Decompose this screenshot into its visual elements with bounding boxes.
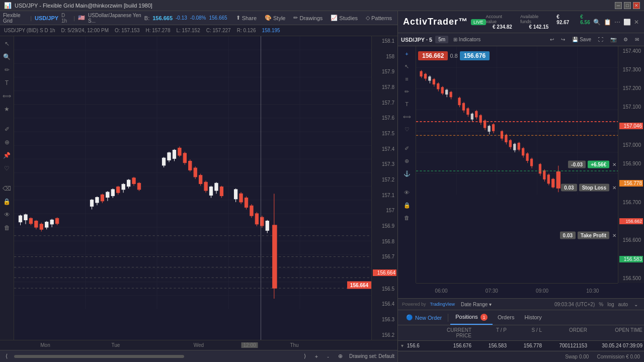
email-button[interactable]: ✉ <box>633 36 641 43</box>
zoom-out-button[interactable]: - <box>325 352 332 360</box>
side-toolbar: ↖ 🔍 ✏ T ⟺ ★ ✐ ⊕ 📌 ♡ ⌫ 🔒 👁 🗑 <box>0 36 14 340</box>
pencil-tool[interactable]: ✐ <box>2 124 13 135</box>
measure-tool[interactable]: ⟺ <box>2 90 13 102</box>
maximize-icon[interactable]: ⬜ <box>623 19 631 26</box>
crosshair-button[interactable]: ⊕ <box>336 352 345 360</box>
status-bar: Swap 0.00 Commission € 0.00 <box>398 351 644 362</box>
account-value-3: € 92.67 <box>556 14 572 25</box>
settings-mini-button[interactable]: ⚙ <box>621 36 630 43</box>
symbol-label: USD/JPY <box>35 15 58 21</box>
close-button[interactable]: ✕ <box>633 2 640 9</box>
tp-close-icon[interactable]: ✕ <box>612 232 616 238</box>
svg-rect-136 <box>466 108 469 115</box>
tp-qty: 0.03 <box>560 231 576 239</box>
mini-heart-tool[interactable]: ♡ <box>400 124 414 135</box>
history-tab[interactable]: History <box>520 310 547 325</box>
new-order-button[interactable]: 🔵 New Order <box>402 310 446 325</box>
svg-rect-95 <box>250 206 253 216</box>
date-range-button[interactable]: Date Range ▾ <box>459 301 494 308</box>
eye-tool[interactable]: 👁 <box>2 209 13 220</box>
share-button[interactable]: ⬆ Share <box>233 14 259 22</box>
chart-info-date: D: 5/29/24, 12:00 PM <box>61 28 109 33</box>
zoom-tool[interactable]: 🔍 <box>2 51 13 62</box>
best-bid: 156.665 <box>209 15 227 21</box>
svg-rect-81 <box>204 182 207 191</box>
svg-rect-91 <box>239 194 243 202</box>
cursor-tool[interactable]: ↖ <box>2 38 13 49</box>
mini-lock-tool[interactable]: 🔒 <box>400 200 414 211</box>
save-button[interactable]: 💾 Save <box>570 36 593 43</box>
svg-rect-33 <box>29 218 32 223</box>
eraser-tool[interactable]: ⌫ <box>2 183 13 194</box>
studies-button[interactable]: 📈 Studies <box>328 14 360 22</box>
mini-crosshair-tool[interactable]: + <box>400 48 414 59</box>
time-label-current: 12:00 <box>241 342 258 348</box>
draw-tool[interactable]: ✏ <box>2 64 13 75</box>
mini-chart-toolbar: USD/JPY · 5 5m ⊞ Indicators ↩ ↪ 💾 Save ⛶… <box>398 33 644 46</box>
style-button[interactable]: 🎨 Style <box>262 14 288 22</box>
mini-eye-tool[interactable]: 👁 <box>400 187 414 198</box>
expand-chart-button[interactable]: ⌄ <box>632 301 640 308</box>
mini-cursor-tool[interactable]: ↖ <box>400 61 414 72</box>
redo-button[interactable]: ↪ <box>559 36 567 43</box>
svg-rect-61 <box>132 178 135 184</box>
close-icon[interactable]: ✕ <box>634 19 639 26</box>
mini-measure-tool[interactable]: ⟺ <box>400 111 414 122</box>
position-row-1[interactable]: ▾ 156.6 156.676 156.583 156.778 70011211… <box>398 341 644 351</box>
pin-tool[interactable]: 📌 <box>2 150 13 161</box>
star-tool[interactable]: ★ <box>2 104 13 115</box>
svg-rect-130 <box>449 92 452 98</box>
svg-rect-71 <box>178 148 181 155</box>
price-scale: 158.1 158 157.9 157.8 157.7 157.6 157.5 … <box>371 36 397 340</box>
positions-tab[interactable]: Positions 1 <box>450 310 493 325</box>
svg-rect-85 <box>215 183 218 191</box>
indicators-button[interactable]: ⊞ Indicators <box>451 36 482 43</box>
account-info: Account value € 234.82 Available funds €… <box>486 14 593 30</box>
svg-rect-49 <box>101 195 104 201</box>
orders-tab[interactable]: Orders <box>493 310 520 325</box>
table-header: CURRENT PRICE T / P S / L ORDER OPEN TIM… <box>398 325 644 341</box>
mini-text-tool[interactable]: T <box>400 99 414 110</box>
title-bar-icon: 📊 <box>4 2 12 9</box>
settings-icon[interactable]: ⋯ <box>614 19 620 26</box>
header-symbol <box>401 327 431 338</box>
tradingview-link[interactable]: TradingView <box>430 302 455 307</box>
mini-pencil-tool[interactable]: ✐ <box>400 143 414 154</box>
zoom-in-button[interactable]: + <box>312 352 320 360</box>
fullscreen-button[interactable]: ⛶ <box>596 36 605 43</box>
main-chart[interactable]: 158.1 158 157.9 157.8 157.7 157.6 157.5 … <box>14 36 397 340</box>
heart-tool[interactable]: ♡ <box>2 163 13 174</box>
header-current-price: CURRENT PRICE <box>431 327 471 338</box>
search-icon[interactable]: 🔍 <box>593 19 601 26</box>
mini-chart-area[interactable]: + ↖ ≡ ✏ T ⟺ ♡ ✐ ⊕ ⚓ 👁 🔒 🗑 <box>398 46 644 298</box>
mini-bar-chart[interactable]: ≡ <box>400 73 414 84</box>
expand-icon[interactable]: ▾ <box>401 343 404 348</box>
time-label-wed: Wed <box>194 342 204 348</box>
position-current-price: 156.676 <box>431 343 471 348</box>
scroll-right-button[interactable]: ⟩ <box>301 352 308 360</box>
copy-icon[interactable]: 📋 <box>604 19 611 26</box>
time-label-thu: Thu <box>290 342 298 348</box>
svg-rect-164 <box>530 159 533 166</box>
mini-trash-tool[interactable]: 🗑 <box>400 212 414 223</box>
search-tool[interactable]: ⊕ <box>2 137 13 148</box>
scroll-left-button[interactable]: ⟨ <box>3 352 10 360</box>
patterns-icon: ◇ <box>366 15 370 21</box>
mini-anchor-tool[interactable]: ⚓ <box>400 168 414 179</box>
time-1030: 10:30 <box>586 288 599 294</box>
minimize-button[interactable]: ─ <box>615 2 622 9</box>
svg-rect-122 <box>433 79 435 84</box>
interval-button[interactable]: 5m <box>435 36 448 43</box>
maximize-button[interactable]: □ <box>624 2 631 9</box>
patterns-button[interactable]: ◇ Patterns <box>363 14 394 22</box>
drawings-button[interactable]: ✏ Drawings <box>291 14 325 22</box>
undo-button[interactable]: ↩ <box>548 36 556 43</box>
mini-draw-tool[interactable]: ✏ <box>400 86 414 97</box>
trash-tool[interactable]: 🗑 <box>2 222 13 233</box>
chart-bottom-bar: ⟨ ⟩ + - ⊕ Drawing set: Default <box>0 350 397 362</box>
mini-zoom-tool[interactable]: ⊕ <box>400 155 414 166</box>
text-tool[interactable]: T <box>2 77 13 88</box>
lock-tool[interactable]: 🔒 <box>2 196 13 207</box>
mini-price-scale: 157.400 157.300 157.200 157.100 157.046 … <box>618 46 644 283</box>
camera-button[interactable]: 📷 <box>608 36 618 43</box>
